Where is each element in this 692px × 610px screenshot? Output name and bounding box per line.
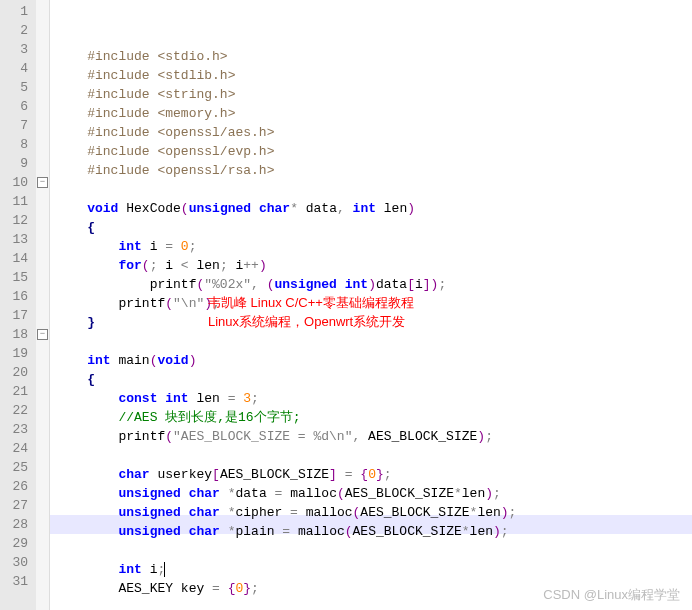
code-line[interactable]: #include <stdio.h> [56, 47, 692, 66]
code-line[interactable]: for(; i < len; i++) [56, 256, 692, 275]
line-number: 1 [4, 2, 28, 21]
line-number: 6 [4, 97, 28, 116]
code-line[interactable]: unsigned char *plain = malloc(AES_BLOCK_… [56, 522, 692, 541]
code-line[interactable]: int i; [56, 560, 692, 579]
code-line[interactable]: int main(void) [56, 351, 692, 370]
code-line[interactable]: #include <openssl/aes.h> [56, 123, 692, 142]
line-number: 15 [4, 268, 28, 287]
line-number: 9 [4, 154, 28, 173]
line-number: 25 [4, 458, 28, 477]
code-line[interactable]: #include <string.h> [56, 85, 692, 104]
line-number: 22 [4, 401, 28, 420]
fold-toggle-icon[interactable] [37, 177, 48, 188]
code-line[interactable]: printf("%02x", (unsigned int)data[i]); [56, 275, 692, 294]
code-line[interactable]: //AES 块到长度,是16个字节; [56, 408, 692, 427]
line-number: 3 [4, 40, 28, 59]
overlay-annotation-1: 韦凯峰 Linux C/C++零基础编程教程 [208, 294, 414, 312]
code-line[interactable]: unsigned char *data = malloc(AES_BLOCK_S… [56, 484, 692, 503]
fold-column [36, 0, 50, 610]
code-line[interactable]: void HexCode(unsigned char* data, int le… [56, 199, 692, 218]
line-number-gutter: 1234567891011121314151617181920212223242… [0, 0, 36, 610]
line-number: 21 [4, 382, 28, 401]
line-number: 23 [4, 420, 28, 439]
code-line[interactable]: printf("AES_BLOCK_SIZE = %d\n", AES_BLOC… [56, 427, 692, 446]
code-line[interactable] [56, 541, 692, 560]
code-line[interactable] [56, 332, 692, 351]
code-line[interactable]: #include <openssl/evp.h> [56, 142, 692, 161]
line-number: 29 [4, 534, 28, 553]
line-number: 27 [4, 496, 28, 515]
line-number: 5 [4, 78, 28, 97]
text-caret [164, 562, 165, 577]
line-number: 26 [4, 477, 28, 496]
code-line[interactable]: int i = 0; [56, 237, 692, 256]
line-number: 8 [4, 135, 28, 154]
line-number: 30 [4, 553, 28, 572]
line-number: 17 [4, 306, 28, 325]
line-number: 19 [4, 344, 28, 363]
line-number: 11 [4, 192, 28, 211]
line-number: 16 [4, 287, 28, 306]
line-number: 14 [4, 249, 28, 268]
line-number: 7 [4, 116, 28, 135]
line-number: 4 [4, 59, 28, 78]
line-number: 31 [4, 572, 28, 591]
code-line[interactable]: #include <openssl/rsa.h> [56, 161, 692, 180]
overlay-annotation-2: Linux系统编程，Openwrt系统开发 [208, 313, 405, 331]
line-number: 18 [4, 325, 28, 344]
code-line[interactable] [56, 446, 692, 465]
code-line[interactable]: { [56, 370, 692, 389]
line-number: 2 [4, 21, 28, 40]
line-number: 24 [4, 439, 28, 458]
code-line[interactable] [56, 180, 692, 199]
line-number: 13 [4, 230, 28, 249]
fold-toggle-icon[interactable] [37, 329, 48, 340]
code-line[interactable]: { [56, 218, 692, 237]
code-line[interactable]: unsigned char *cipher = malloc(AES_BLOCK… [56, 503, 692, 522]
line-number: 10 [4, 173, 28, 192]
line-number: 20 [4, 363, 28, 382]
watermark-text: CSDN @Linux编程学堂 [543, 586, 680, 604]
line-number: 12 [4, 211, 28, 230]
code-line[interactable]: char userkey[AES_BLOCK_SIZE] = {0}; [56, 465, 692, 484]
code-line[interactable]: #include <memory.h> [56, 104, 692, 123]
line-number: 28 [4, 515, 28, 534]
code-line[interactable]: const int len = 3; [56, 389, 692, 408]
code-line[interactable]: #include <stdlib.h> [56, 66, 692, 85]
